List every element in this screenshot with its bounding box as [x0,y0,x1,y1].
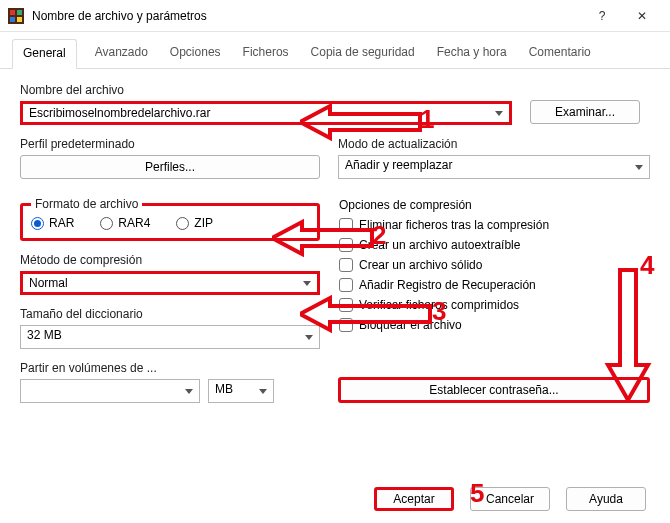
ok-button[interactable]: Aceptar [374,487,454,511]
opt-verify[interactable]: Verificar ficheros comprimidos [339,298,649,312]
chevron-down-icon [495,111,503,116]
checkbox-icon [339,318,353,332]
tab-general[interactable]: General [12,39,77,69]
window-title: Nombre de archivo y parámetros [32,9,582,23]
opt-delete-after[interactable]: Eliminar ficheros tras la compresión [339,218,649,232]
format-label: Formato de archivo [31,197,142,211]
radio-icon [100,217,113,230]
dialog-footer: Aceptar Cancelar Ayuda [374,487,646,511]
radio-icon [176,217,189,230]
help-footer-button[interactable]: Ayuda [566,487,646,511]
format-group: Formato de archivo RAR RAR4 ZIP [20,203,320,241]
svg-rect-3 [10,17,15,22]
tab-fecha[interactable]: Fecha y hora [433,39,511,69]
compression-options-group: Opciones de compresión Eliminar ficheros… [338,195,650,339]
method-select[interactable]: Normal [20,271,320,295]
help-button[interactable]: ? [582,2,622,30]
svg-rect-2 [17,10,22,15]
dict-label: Tamaño del diccionario [20,307,320,321]
svg-rect-1 [10,10,15,15]
set-password-button[interactable]: Establecer contraseña... [338,377,650,403]
radio-rar4[interactable]: RAR4 [100,216,150,230]
comp-options-label: Opciones de compresión [339,198,649,212]
filename-input[interactable]: Escribimoselnombredelarchivo.rar [20,101,512,125]
app-icon [8,8,24,24]
svg-rect-4 [17,17,22,22]
opt-recovery[interactable]: Añadir Registro de Recuperación [339,278,649,292]
checkbox-icon [339,238,353,252]
checkbox-icon [339,218,353,232]
tab-bar: General Avanzado Opciones Ficheros Copia… [0,32,670,69]
radio-zip[interactable]: ZIP [176,216,213,230]
opt-solid[interactable]: Crear un archivo sólido [339,258,649,272]
checkbox-icon [339,278,353,292]
profiles-button[interactable]: Perfiles... [20,155,320,179]
tab-comentario[interactable]: Comentario [525,39,595,69]
browse-button[interactable]: Examinar... [530,100,640,124]
filename-label: Nombre del archivo [20,83,512,97]
volume-unit-select[interactable]: MB [208,379,274,403]
dict-select[interactable]: 32 MB [20,325,320,349]
tab-ficheros[interactable]: Ficheros [239,39,293,69]
radio-icon [31,217,44,230]
tab-avanzado[interactable]: Avanzado [91,39,152,69]
method-label: Método de compresión [20,253,320,267]
filename-value: Escribimoselnombredelarchivo.rar [29,106,210,120]
titlebar: Nombre de archivo y parámetros ? ✕ [0,0,670,32]
tab-opciones[interactable]: Opciones [166,39,225,69]
checkbox-icon [339,298,353,312]
volume-size-select[interactable] [20,379,200,403]
opt-sfx[interactable]: Crear un archivo autoextraíble [339,238,649,252]
cancel-button[interactable]: Cancelar [470,487,550,511]
volumes-label: Partir en volúmenes de ... [20,361,320,375]
update-mode-select[interactable]: Añadir y reemplazar [338,155,650,179]
tab-copia[interactable]: Copia de seguridad [307,39,419,69]
radio-rar[interactable]: RAR [31,216,74,230]
opt-lock[interactable]: Bloquear el archivo [339,318,649,332]
checkbox-icon [339,258,353,272]
profile-label: Perfil predeterminado [20,137,320,151]
update-mode-label: Modo de actualización [338,137,650,151]
close-button[interactable]: ✕ [622,2,662,30]
